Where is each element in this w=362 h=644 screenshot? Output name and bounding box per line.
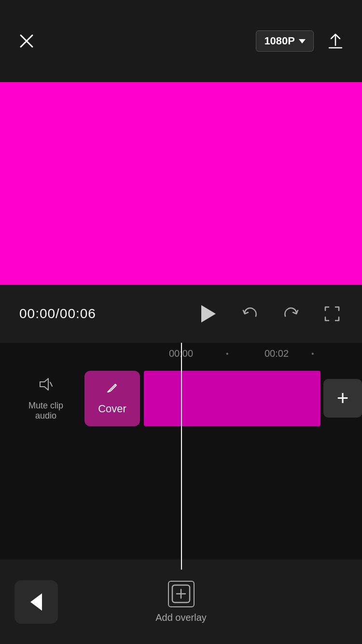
play-icon [201,305,216,322]
svg-line-5 [50,382,52,386]
cover-edit-icon [106,381,119,398]
close-icon [19,33,34,49]
time-display: 00:00/00:06 [19,306,96,322]
close-button[interactable] [14,29,39,53]
resolution-selector[interactable]: 1080P [256,30,314,52]
ruler-dot-1: • [226,350,229,358]
ruler-time-2: 00:02 [265,348,289,359]
export-icon [326,32,345,50]
chevron-left-icon [30,593,42,611]
mute-speaker-icon [38,376,54,392]
resolution-label: 1080P [264,35,295,47]
add-overlay-icon [168,581,195,607]
timeline-section: 00:00 00:02 • • Mute clip audio [0,343,362,570]
export-button[interactable] [323,29,348,53]
redo-button[interactable] [280,303,302,325]
playhead [181,343,182,570]
undo-button[interactable] [239,303,261,325]
mute-clip-container: Mute clip audio [7,372,84,425]
top-right-controls: 1080P [256,29,348,53]
svg-line-6 [114,384,115,385]
plus-icon: + [337,388,349,408]
play-button[interactable] [195,302,220,326]
playback-buttons [195,302,343,326]
pencil-icon [106,381,119,395]
video-preview [0,82,362,285]
ruler-dot-2: • [311,350,314,358]
cover-button[interactable]: Cover [84,371,140,426]
fullscreen-icon [323,305,341,323]
video-clip-strip[interactable] [144,371,320,426]
bottom-toolbar: Add overlay [0,560,362,644]
speaker-icon [38,376,54,396]
back-button[interactable] [14,580,58,624]
chevron-down-icon [299,39,306,43]
redo-icon [282,305,300,323]
mute-clip-label: Mute clip audio [28,401,63,421]
add-overlay-svg [170,583,192,604]
undo-icon [241,305,259,323]
top-bar: 1080P [0,0,362,82]
svg-marker-4 [40,378,48,390]
cover-label: Cover [98,403,126,415]
add-overlay-button[interactable]: Add overlay [155,581,207,623]
fullscreen-button[interactable] [321,303,343,325]
add-clip-button[interactable]: + [323,379,362,418]
add-overlay-label: Add overlay [155,612,207,623]
playback-controls-bar: 00:00/00:06 [0,285,362,343]
